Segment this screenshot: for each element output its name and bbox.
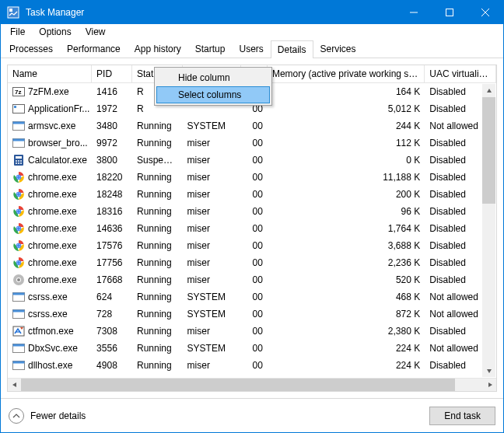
process-icon	[12, 137, 25, 149]
svg-point-25	[17, 176, 20, 179]
cell-mem: 2,236 K	[268, 256, 425, 270]
table-row[interactable]: chrome.exe17668Runningmiser00520 KDisabl…	[8, 271, 496, 288]
process-name: chrome.exe	[28, 206, 77, 217]
cell-mem: 224 K	[268, 358, 425, 372]
table-body: 7z7zFM.exe1416R00164 KDisabledApplicatio…	[8, 83, 496, 378]
cell-status: Running	[132, 187, 183, 201]
svg-rect-11	[13, 122, 25, 124]
col-name[interactable]: Name	[8, 65, 92, 82]
end-task-button[interactable]: End task	[429, 407, 495, 425]
menu-view[interactable]: View	[79, 25, 112, 39]
cell-pid: 17576	[92, 239, 132, 253]
context-select-columns[interactable]: Select columns	[156, 86, 270, 103]
cell-status: Suspended	[132, 153, 183, 167]
process-name: browser_bro...	[28, 138, 88, 148]
tab-startup[interactable]: Startup	[188, 40, 233, 58]
scroll-left-icon[interactable]	[8, 379, 21, 392]
context-hide-column[interactable]: Hide column	[156, 69, 270, 86]
tab-services[interactable]: Services	[313, 40, 363, 58]
table-row[interactable]: csrss.exe728RunningSYSTEM00872 KNot allo…	[8, 306, 496, 323]
table-row[interactable]: armsvc.exe3480RunningSYSTEM00244 KNot al…	[8, 117, 496, 134]
table-row[interactable]: Calculator.exe3800Suspendedmiser000 KDis…	[8, 152, 496, 169]
col-pid[interactable]: PID	[92, 65, 132, 82]
cell-pid: 17756	[92, 256, 132, 270]
svg-point-16	[16, 160, 17, 162]
process-icon	[12, 257, 25, 269]
cell-mem: 872 K	[268, 307, 425, 321]
cell-cpu: 00	[241, 204, 268, 218]
fewer-details-button[interactable]: Fewer details	[9, 408, 86, 424]
cell-status: Running	[132, 119, 183, 133]
vertical-scrollbar[interactable]	[482, 84, 495, 377]
table-row[interactable]: chrome.exe17756Runningmiser002,236 KDisa…	[8, 254, 496, 271]
svg-text:7z: 7z	[15, 89, 21, 96]
tab-processes[interactable]: Processes	[2, 40, 60, 58]
table-header: Name PID Status User name CPU Memory (ac…	[8, 65, 496, 83]
menu-options[interactable]: Options	[33, 25, 77, 39]
table-row[interactable]: dllhost.exe4908Runningmiser00224 KDisabl…	[8, 357, 496, 374]
cell-cpu: 00	[241, 136, 268, 150]
col-uac[interactable]: UAC virtualization	[425, 65, 496, 82]
process-icon	[12, 103, 25, 115]
table-row[interactable]: chrome.exe14636Runningmiser001,764 KDisa…	[8, 220, 496, 237]
svg-rect-50	[13, 293, 25, 295]
scroll-right-icon[interactable]	[483, 379, 496, 392]
process-name: ApplicationFr...	[28, 103, 89, 114]
svg-rect-13	[13, 139, 25, 141]
cell-pid: 3556	[92, 341, 132, 355]
cell-cpu: 00	[241, 170, 268, 184]
horizontal-scrollbar[interactable]	[8, 378, 496, 391]
tab-apphistory[interactable]: App history	[128, 40, 188, 58]
table-row[interactable]: ctfmon.exe7308Runningmiser002,380 KDisab…	[8, 323, 496, 340]
svg-point-20	[18, 162, 19, 164]
table-row[interactable]: chrome.exe17576Runningmiser003,688 KDisa…	[8, 237, 496, 254]
col-mem[interactable]: Memory (active private working set)	[268, 65, 425, 82]
cell-pid: 624	[92, 290, 132, 304]
titlebar[interactable]: Task Manager	[1, 1, 503, 24]
vscroll-thumb[interactable]	[482, 97, 495, 204]
minimize-button[interactable]	[396, 1, 432, 24]
cell-pid: 14636	[92, 222, 132, 236]
cell-pid: 17668	[92, 273, 132, 287]
cell-cpu: 00	[241, 273, 268, 287]
cell-mem: 520 K	[268, 273, 425, 287]
cell-status: Running	[132, 358, 183, 372]
svg-rect-58	[13, 361, 25, 364]
tab-users[interactable]: Users	[232, 40, 270, 58]
tab-performance[interactable]: Performance	[60, 40, 128, 58]
process-icon	[12, 120, 25, 132]
hscroll-thumb[interactable]	[21, 379, 455, 392]
close-button[interactable]	[467, 1, 503, 24]
process-icon	[12, 205, 25, 218]
cell-pid: 728	[92, 307, 132, 321]
table-row[interactable]: chrome.exe18316Runningmiser0096 KDisable…	[8, 203, 496, 220]
svg-rect-9	[14, 106, 16, 108]
cell-status: Running	[132, 324, 183, 338]
svg-rect-52	[13, 310, 25, 313]
table-row[interactable]: chrome.exe18248Runningmiser00200 KDisabl…	[8, 186, 496, 203]
table-row[interactable]: chrome.exe18220Runningmiser0011,188 KDis…	[8, 169, 496, 186]
process-icon	[12, 188, 25, 201]
maximize-button[interactable]	[432, 1, 467, 24]
cell-user: SYSTEM	[183, 341, 241, 355]
process-name: csrss.exe	[28, 292, 68, 302]
scroll-down-icon[interactable]	[482, 364, 495, 377]
cell-cpu: 00	[241, 119, 268, 133]
menu-file[interactable]: File	[4, 25, 31, 39]
tab-details[interactable]: Details	[271, 40, 313, 58]
svg-marker-65	[487, 89, 492, 93]
svg-marker-67	[12, 382, 16, 387]
table-row[interactable]: csrss.exe624RunningSYSTEM00468 KNot allo…	[8, 288, 496, 306]
cell-user: miser	[183, 222, 241, 236]
cell-mem: 3,688 K	[268, 239, 425, 253]
cell-mem: 2,380 K	[268, 324, 425, 338]
cell-pid: 4908	[92, 358, 132, 372]
table-row[interactable]: browser_bro...9972Runningmiser00112 KDis…	[8, 134, 496, 152]
cell-user: SYSTEM	[183, 307, 241, 321]
process-name: chrome.exe	[28, 274, 77, 285]
scroll-up-icon[interactable]	[482, 84, 495, 97]
cell-mem: 0 K	[268, 153, 425, 167]
process-icon	[12, 291, 25, 303]
table-row[interactable]: DbxSvc.exe3556RunningSYSTEM00224 KNot al…	[8, 340, 496, 357]
cell-pid: 18316	[92, 204, 132, 218]
